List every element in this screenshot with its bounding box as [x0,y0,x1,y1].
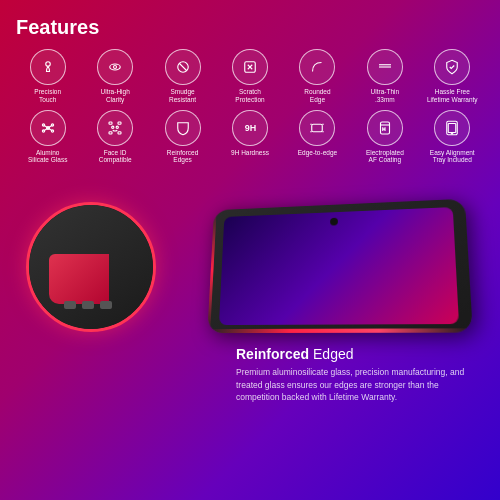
svg-rect-34 [449,123,457,132]
clarity-icon [97,49,133,85]
glass-left-glow [207,210,216,333]
info-title-suffix: Edged [309,346,353,362]
svg-text:9H: 9H [245,123,257,133]
svg-point-35 [452,132,454,134]
feature-9h-hardness: 9H 9H Hardness [218,110,281,165]
feature-ultra-thin: Ultra-Thin.33mm [353,49,416,104]
svg-rect-26 [312,124,323,132]
feature-lifetime-warranty: Hassle FreeLifetime Warranty [421,49,484,104]
feature-ultra-high-clarity: Ultra-HighClarity [83,49,146,104]
zoom-btn-3 [100,301,112,309]
svg-point-1 [110,64,121,70]
feature-alumino-silicate: AluminoSilicate Glass [16,110,79,165]
phone-device [204,182,464,342]
svg-point-2 [114,66,117,69]
features-row2: AluminoSilicate Glass Face IDCompatible … [16,110,484,165]
glass-bottom-glow [207,328,473,333]
device-section: Reinforced Edged Premium aluminosilicate… [16,172,484,412]
feature-precision-touch: PrecisionTouch [16,49,79,104]
edge-to-edge-icon [299,110,335,146]
zoom-btn-2 [82,301,94,309]
zoom-corner [49,254,109,304]
info-title-bold: Reinforced [236,346,309,362]
af-coating-icon [367,110,403,146]
phone-body [207,199,473,333]
feature-rounded-edge: RoundedEdge [286,49,349,104]
feature-af-coating: ElectroplatedAF Coating [353,110,416,165]
features-title: Features [16,16,484,39]
zoom-inner [29,205,153,329]
svg-rect-22 [118,131,121,133]
feature-reinforced-edges: ReinforcedEdges [151,110,214,165]
feature-edge-to-edge: Edge-to-edge [286,110,349,165]
svg-rect-19 [109,122,112,124]
ultra-thin-icon [367,49,403,85]
info-section: Reinforced Edged Premium aluminosilicate… [224,338,484,412]
reinforced-edges-icon [165,110,201,146]
smudge-icon [165,49,201,85]
svg-line-4 [179,63,187,71]
info-description: Premium aluminosilicate glass, precision… [236,366,472,404]
face-id-icon [97,110,133,146]
page-container: Features PrecisionTouch Ultra-HighClarit… [0,0,500,500]
rounded-edge-icon [299,49,335,85]
zoom-circle [26,202,156,332]
precision-touch-icon [30,49,66,85]
9h-icon: 9H [232,110,268,146]
svg-rect-21 [109,131,112,133]
feature-smudge-resistant: SmudgeResistant [151,49,214,104]
zoom-buttons [64,301,112,309]
features-row1: PrecisionTouch Ultra-HighClarity SmudgeR… [16,49,484,104]
svg-point-24 [116,126,118,128]
feature-face-id: Face IDCompatible [83,110,146,165]
alumino-icon [30,110,66,146]
zoom-btn-1 [64,301,76,309]
svg-rect-20 [118,122,121,124]
svg-point-23 [112,126,114,128]
warranty-icon [434,49,470,85]
feature-scratch-protection: ScratchProtection [218,49,281,104]
info-title: Reinforced Edged [236,346,472,362]
scratch-icon [232,49,268,85]
phone-screen [219,207,459,325]
alignment-tray-icon [434,110,470,146]
feature-alignment-tray: Easy AlignmentTray Included [421,110,484,165]
